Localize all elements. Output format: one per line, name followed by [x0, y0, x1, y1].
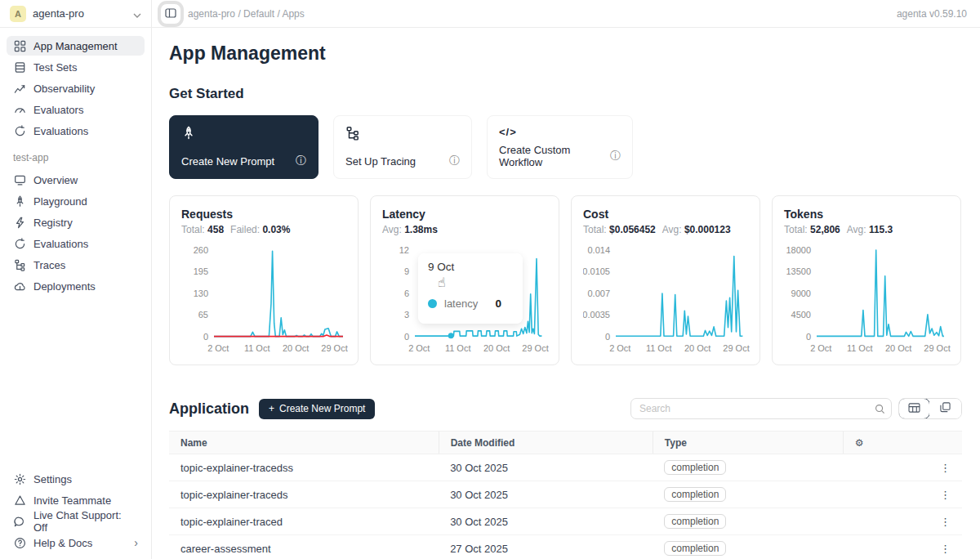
sidebar-item-deployments[interactable]: Deployments [7, 276, 145, 296]
sidebar-item-invite-teammate[interactable]: Invite Teammate [7, 490, 145, 510]
sidebar-item-overview[interactable]: Overview [7, 170, 145, 190]
svg-text:2 Oct: 2 Oct [810, 343, 831, 353]
create-new-prompt-button[interactable]: + Create New Prompt [259, 399, 375, 419]
card-label: Create Custom Workflow [499, 144, 610, 168]
row-menu-icon[interactable]: ⋮ [843, 508, 962, 535]
row-menu-icon[interactable]: ⋮ [843, 454, 962, 481]
svg-text:260: 260 [194, 245, 208, 255]
invite-icon [13, 494, 26, 507]
table-row[interactable]: career-assessment 27 Oct 2025 completion… [169, 535, 962, 559]
sidebar-item-traces[interactable]: Traces [7, 255, 145, 275]
svg-text:20 Oct: 20 Oct [283, 343, 309, 353]
tokens-chart[interactable]: 18000135009000450002 Oct11 Oct20 Oct29 O… [784, 244, 949, 360]
card-stats: Total: 458Failed: 0.03% [181, 224, 346, 235]
sidebar-item-settings[interactable]: Settings [7, 469, 145, 489]
cost-chart[interactable]: 0.0140.01050.0070.003502 Oct11 Oct20 Oct… [583, 244, 748, 360]
svg-text:12: 12 [399, 245, 409, 255]
card-view-button[interactable] [929, 399, 961, 418]
sidebar-item-app-management[interactable]: App Management [7, 36, 145, 56]
sidebar: App Management Test Sets Observability E… [0, 28, 152, 559]
sidebar-item-evaluations[interactable]: Evaluations [7, 121, 145, 141]
chart-tooltip: 9 Oct ☝ latency 0 [418, 253, 523, 324]
svg-text:11 Oct: 11 Oct [646, 343, 672, 353]
svg-text:0: 0 [605, 332, 610, 342]
search-input[interactable] [631, 403, 868, 414]
svg-text:0: 0 [404, 332, 409, 342]
svg-text:0.0035: 0.0035 [583, 310, 610, 320]
info-icon[interactable]: ⓘ [449, 154, 460, 168]
svg-text:65: 65 [198, 310, 208, 320]
main-content: App Management Get Started Create New Pr… [152, 28, 980, 559]
svg-text:0: 0 [203, 332, 208, 342]
create-new-prompt-card[interactable]: Create New Prompt ⓘ [169, 115, 318, 179]
breadcrumb[interactable]: agenta-pro / Default / Apps [188, 8, 305, 20]
table-row[interactable]: topic-explainer-traced 30 Oct 2025 compl… [169, 508, 962, 535]
app-name[interactable]: topic-explainer-traceds [169, 481, 439, 508]
top-bar: A agenta-pro agenta-pro / Default / Apps… [0, 0, 980, 28]
table-view-button[interactable] [898, 398, 930, 419]
header-name[interactable]: Name [169, 432, 439, 454]
svg-text:20 Oct: 20 Oct [885, 343, 911, 353]
chevron-right-icon: › [134, 536, 138, 549]
svg-text:0.0105: 0.0105 [583, 266, 610, 276]
chart-line-icon [13, 83, 26, 95]
row-menu-icon[interactable]: ⋮ [843, 535, 962, 559]
sidebar-item-label: Evaluations [33, 125, 88, 137]
cost-card: Cost Total: $0.056452Avg: $0.000123 0.01… [571, 195, 760, 365]
app-date: 27 Oct 2025 [439, 535, 653, 559]
create-custom-workflow-card[interactable]: </> Create Custom Workflow ⓘ [487, 115, 633, 179]
header-date-modified[interactable]: Date Modified [439, 432, 653, 454]
header-type[interactable]: Type [653, 432, 843, 454]
sidebar-item-observability[interactable]: Observability [7, 78, 145, 98]
requests-card: Requests Total: 458Failed: 0.03% 2601951… [169, 195, 359, 365]
app-date: 30 Oct 2025 [439, 454, 653, 481]
sidebar-item-live-chat[interactable]: Live Chat Support: Off [7, 512, 145, 531]
svg-text:130: 130 [194, 288, 208, 298]
card-stats: Total: 52,806Avg: 115.3 [784, 224, 949, 235]
sidebar-item-label: Playground [33, 195, 87, 208]
svg-text:29 Oct: 29 Oct [924, 343, 950, 353]
sidebar-item-label: Registry [33, 217, 73, 229]
help-icon [13, 537, 26, 549]
svg-text:4500: 4500 [791, 310, 811, 320]
svg-text:0.007: 0.007 [587, 288, 610, 298]
info-icon[interactable]: ⓘ [610, 149, 621, 163]
card-title: Requests [181, 208, 346, 221]
type-badge: completion [664, 541, 726, 556]
search-box [630, 398, 892, 419]
sidebar-item-registry[interactable]: Registry [7, 212, 145, 232]
sidebar-collapse-button[interactable] [160, 3, 181, 25]
table-icon [13, 61, 26, 74]
tooltip-date: 9 Oct [428, 261, 513, 273]
sidebar-item-help-docs[interactable]: Help & Docs › [7, 533, 145, 552]
set-up-tracing-card[interactable]: Set Up Tracing ⓘ [333, 115, 472, 179]
workspace-selector[interactable]: A agenta-pro [0, 0, 152, 27]
app-name[interactable]: topic-explainer-tracedss [169, 454, 439, 481]
search-icon[interactable] [868, 404, 891, 414]
card-label: Set Up Tracing [345, 155, 416, 168]
table-row[interactable]: topic-explainer-tracedss 30 Oct 2025 com… [169, 454, 962, 481]
sidebar-item-label: Evaluations [33, 238, 88, 250]
row-menu-icon[interactable]: ⋮ [843, 481, 962, 508]
sidebar-item-evaluators[interactable]: Evaluators [7, 100, 145, 119]
svg-text:2 Oct: 2 Oct [609, 343, 630, 353]
sidebar-item-label: Overview [33, 174, 78, 186]
info-icon[interactable]: ⓘ [296, 154, 306, 168]
sidebar-item-test-sets[interactable]: Test Sets [7, 57, 145, 77]
app-name[interactable]: topic-explainer-traced [169, 508, 439, 535]
application-header: Application + Create New Prompt [169, 398, 962, 419]
requests-chart[interactable]: 2601951306502 Oct11 Oct20 Oct29 Oct [181, 244, 346, 360]
sidebar-item-playground[interactable]: Playground [7, 191, 145, 211]
card-view-icon [940, 401, 951, 416]
column-settings-gear-icon[interactable]: ⚙ [843, 432, 962, 454]
app-name[interactable]: career-assessment [169, 535, 439, 559]
card-title: Latency [382, 208, 547, 221]
table-row[interactable]: topic-explainer-traceds 30 Oct 2025 comp… [169, 481, 962, 508]
hand-cursor-icon: ☝ [438, 275, 446, 290]
sidebar-item-evaluations-app[interactable]: Evaluations [7, 234, 145, 253]
svg-text:29 Oct: 29 Oct [723, 343, 749, 353]
svg-text:11 Oct: 11 Oct [847, 343, 873, 353]
sidebar-item-label: Traces [33, 259, 65, 271]
svg-text:11 Oct: 11 Oct [445, 343, 471, 353]
type-badge: completion [664, 514, 726, 529]
